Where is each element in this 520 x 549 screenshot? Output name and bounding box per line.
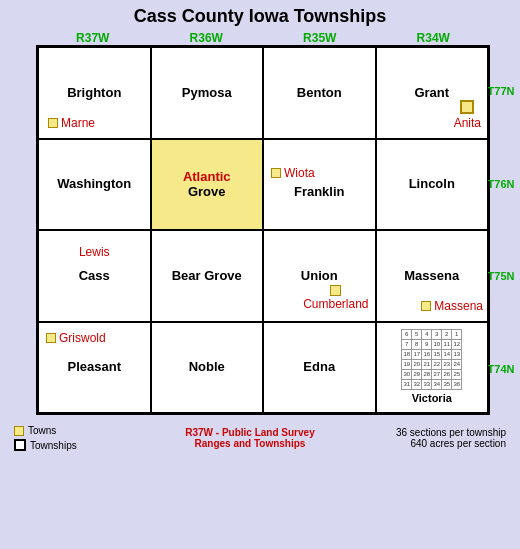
map-container: R37W R36W R35W R34W Brighton Marne	[8, 31, 512, 415]
cell-victoria-name: Victoria	[412, 392, 452, 405]
cell-bear-grove: Bear Grove	[151, 230, 264, 322]
legend-center: R37W - Public Land Survey Ranges and Tow…	[104, 425, 396, 449]
cell-union-cumberland: Union Cumberland	[263, 230, 376, 322]
cell-edna: Edna	[263, 322, 376, 414]
cell-cass-name: Cass	[79, 268, 110, 284]
cell-pymosa: Pymosa	[151, 47, 264, 139]
cell-benton: Benton	[263, 47, 376, 139]
cumberland-icon	[330, 285, 341, 296]
cell-grant-name: Grant	[414, 85, 449, 101]
griswold-label: Griswold	[59, 331, 106, 345]
cell-noble-name: Noble	[189, 359, 225, 375]
legend-towns: Towns	[14, 425, 104, 436]
cell-benton-name: Benton	[297, 85, 342, 101]
cell-lincoln: Lincoln	[376, 139, 489, 231]
cell-atlantic-grove: Atlantic Grove	[151, 139, 264, 231]
griswold-icon	[46, 333, 56, 343]
township-grid: Brighton Marne Pymosa Benton	[36, 45, 490, 415]
anita-icon	[460, 100, 474, 114]
row-label-t75n: T75N	[490, 230, 512, 323]
griswold-town: Griswold	[45, 331, 106, 345]
cell-franklin-name: Franklin	[294, 184, 345, 200]
legend-area: Towns Townships R37W - Public Land Surve…	[8, 421, 512, 455]
legend-township-icon	[14, 439, 26, 451]
cell-brighton: Brighton Marne	[38, 47, 151, 139]
cell-atlantic-name: Atlantic	[183, 169, 231, 185]
massena-town: Massena	[420, 299, 483, 313]
cell-washington: Washington	[38, 139, 151, 231]
cell-bear-grove-name: Bear Grove	[172, 268, 242, 284]
cell-grant: Grant Anita	[376, 47, 489, 139]
legend-left: Towns Townships	[14, 425, 104, 451]
legend-townships-label: Townships	[30, 440, 77, 451]
massena-icon	[421, 301, 431, 311]
page-wrapper: Cass County Iowa Townships R37W R36W R35…	[0, 0, 520, 549]
cell-cass: Lewis Cass	[38, 230, 151, 322]
cell-edna-name: Edna	[303, 359, 335, 375]
anita-label: Anita	[454, 116, 481, 130]
cell-brighton-name: Brighton	[67, 85, 121, 101]
marne-icon	[48, 118, 58, 128]
legend-right-line1: 36 sections per township	[396, 427, 506, 438]
legend-townships: Townships	[14, 439, 104, 451]
wiota-icon	[271, 168, 281, 178]
wiota-label: Wiota	[284, 166, 315, 180]
legend-right: 36 sections per township 640 acres per s…	[396, 425, 506, 449]
cell-noble: Noble	[151, 322, 264, 414]
map-body: Brighton Marne Pymosa Benton	[8, 45, 512, 415]
anita-town: Anita	[454, 98, 481, 130]
legend-right-line2: 640 acres per section	[396, 438, 506, 449]
cell-washington-name: Washington	[57, 176, 131, 192]
legend-towns-label: Towns	[28, 425, 56, 436]
cell-massena-name: Massena	[404, 268, 459, 284]
wiota-town: Wiota	[270, 166, 315, 180]
marne-town: Marne	[47, 116, 95, 130]
cumberland-label: Cumberland	[303, 297, 368, 311]
cell-pleasant-name: Pleasant	[68, 359, 121, 375]
massena-label: Massena	[434, 299, 483, 313]
lewis-label: Lewis	[79, 245, 110, 259]
cell-lincoln-name: Lincoln	[409, 176, 455, 192]
page-title: Cass County Iowa Townships	[8, 6, 512, 27]
victoria-sections-grid: 6543217891011121817161514131920212223243…	[401, 329, 462, 390]
cell-massena: Massena Massena	[376, 230, 489, 322]
col-header-r34w: R34W	[377, 31, 491, 45]
legend-center-line1: R37W - Public Land Survey	[104, 427, 396, 438]
cell-union-name: Union	[301, 268, 338, 284]
row-label-t77n: T77N	[490, 45, 512, 138]
row-label-t76n: T76N	[490, 138, 512, 231]
row-label-t74n: T74N	[490, 323, 512, 416]
col-header-r36w: R36W	[150, 31, 264, 45]
cell-pymosa-name: Pymosa	[182, 85, 232, 101]
grid: Brighton Marne Pymosa Benton	[36, 45, 490, 415]
col-header-r35w: R35W	[263, 31, 377, 45]
lewis-town: Lewis	[79, 245, 110, 259]
cumberland-town: Cumberland	[303, 284, 368, 311]
row-labels: T77N T76N T75N T74N	[490, 45, 512, 415]
cell-grove-name: Grove	[188, 184, 226, 200]
cell-pleasant: Griswold Pleasant	[38, 322, 151, 414]
cell-victoria: 6543217891011121817161514131920212223243…	[376, 322, 489, 414]
col-header-r37w: R37W	[36, 31, 150, 45]
legend-center-line2: Ranges and Townships	[104, 438, 396, 449]
legend-town-icon	[14, 426, 24, 436]
cell-franklin: Wiota Franklin	[263, 139, 376, 231]
marne-label: Marne	[61, 116, 95, 130]
